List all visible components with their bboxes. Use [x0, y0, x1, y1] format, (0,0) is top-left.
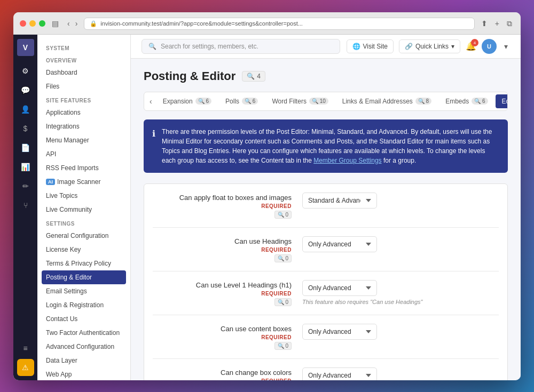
tabs-prev-button[interactable]: ‹: [146, 95, 155, 108]
setting-required-float: REQUIRED: [153, 203, 292, 209]
url-text: invision-community.test/admin/?app=core&…: [100, 20, 303, 27]
setting-select-headings[interactable]: Only Advanced Minimal, Standard & Advanc…: [302, 236, 377, 252]
globe-icon: 🌐: [352, 43, 360, 50]
setting-select-content-boxes[interactable]: Only Advanced Minimal, Standard & Advanc…: [302, 324, 377, 340]
rail-icon-pen[interactable]: ✏: [17, 178, 34, 195]
rail-icon-git[interactable]: ⑂: [17, 197, 34, 214]
rail-icon-file[interactable]: 📄: [17, 139, 34, 156]
notification-badge: 4: [471, 39, 478, 46]
tab-embeds[interactable]: Embeds 🔍 6: [439, 94, 494, 108]
setting-row-float: Can apply float to boxes and images REQU…: [153, 184, 499, 228]
page-search-count: 4: [257, 73, 261, 80]
setting-required-headings: REQUIRED: [153, 247, 292, 253]
sidebar-item-applications[interactable]: Applications: [37, 106, 130, 119]
sidebar-item-login-reg[interactable]: Login & Registration: [37, 298, 130, 312]
setting-label-h1: Can use Level 1 Headings (h1): [196, 281, 292, 289]
traffic-lights: [20, 20, 45, 27]
top-bar: 🔍 Search for settings, members, etc. 🌐 V…: [131, 35, 521, 59]
rail-icon-gear[interactable]: ⚙: [17, 62, 34, 79]
sidebar-item-live-community[interactable]: Live Community: [37, 203, 130, 217]
sidebar-item-license-key[interactable]: License Key: [37, 243, 130, 257]
rail-icon-chat[interactable]: 💬: [17, 82, 34, 99]
new-tab-icon[interactable]: +: [493, 18, 501, 29]
member-group-settings-link[interactable]: Member Group Settings: [313, 157, 381, 164]
rail-icon-user[interactable]: 👤: [17, 101, 34, 118]
setting-control-col-headings: Only Advanced Minimal, Standard & Advanc…: [302, 236, 499, 252]
sidebar-item-contact-us[interactable]: Contact Us: [37, 312, 130, 326]
setting-control-col-h1: Only Advanced Minimal, Standard & Advanc…: [302, 280, 499, 305]
sidebar-item-posting-editor[interactable]: Posting & Editor: [42, 270, 126, 284]
settings-section-title: SETTINGS: [37, 217, 130, 229]
tab-expansion-label: Expansion: [163, 98, 193, 105]
search-bar[interactable]: 🔍 Search for settings, members, etc.: [142, 39, 340, 54]
visit-site-button[interactable]: 🌐 Visit Site: [347, 39, 394, 53]
tab-polls[interactable]: Polls 🔍 6: [219, 94, 264, 108]
info-banner-text: There are three permission levels of the…: [162, 127, 499, 165]
setting-select-box-colors[interactable]: Only Advanced Minimal, Standard & Advanc…: [302, 367, 377, 380]
tab-embeds-badge: 🔍 6: [472, 98, 488, 105]
setting-label-col-h1: Can use Level 1 Headings (h1) REQUIRED 🔍…: [153, 280, 302, 306]
sidebar-item-email-settings[interactable]: Email Settings: [37, 284, 130, 298]
sidebar-item-rss[interactable]: RSS Feed Imports: [37, 161, 130, 175]
overview-section-title: OVERVIEW: [37, 53, 130, 66]
tabs-icon[interactable]: ⧉: [505, 18, 514, 29]
lock-icon: 🔒: [90, 20, 97, 27]
browser-chrome: ▤ ‹ › 🔒 invision-community.test/admin/?a…: [13, 12, 521, 35]
app-body: V ⚙ 💬 👤 $ 📄 📊 ✏ ⑂ ≡ ⚠ System OVERVIEW Da…: [13, 35, 521, 380]
sidebar-item-integrations[interactable]: Integrations: [37, 119, 130, 133]
icon-rail: V ⚙ 💬 👤 $ 📄 📊 ✏ ⑂ ≡ ⚠: [13, 35, 37, 380]
browser-window: ▤ ‹ › 🔒 invision-community.test/admin/?a…: [13, 12, 521, 380]
sidebar-item-two-factor[interactable]: Two Factor Authentication: [37, 326, 130, 340]
setting-control-col-float: Standard & Advanced Minimal, Standard & …: [302, 193, 499, 209]
setting-label-float: Can apply float to boxes and images: [179, 194, 292, 202]
sidebar-item-general-config[interactable]: General Configuration: [37, 229, 130, 243]
setting-label-headings: Can use Headings: [234, 237, 292, 245]
rail-icon-dollar[interactable]: $: [17, 120, 34, 137]
rail-alert-icon[interactable]: ⚠: [17, 359, 34, 376]
sidebar-item-menu-manager[interactable]: Menu Manager: [37, 133, 130, 147]
search-icon: 🔍: [148, 43, 156, 50]
tab-links-email-label: Links & Email Addresses: [342, 98, 413, 105]
sidebar-item-files[interactable]: Files: [37, 79, 130, 93]
tabs-bar: ‹ Expansion 🔍 6 Polls 🔍 6 Word Filters 🔍…: [144, 92, 508, 111]
user-menu-chevron[interactable]: ▾: [502, 41, 510, 52]
minimize-button[interactable]: [29, 20, 36, 27]
avatar[interactable]: U: [482, 39, 497, 54]
setting-control-col-box-colors: Only Advanced Minimal, Standard & Advanc…: [302, 367, 499, 380]
rail-icon-chart[interactable]: 📊: [17, 158, 34, 175]
visit-site-label: Visit Site: [363, 43, 388, 50]
setting-select-float[interactable]: Standard & Advanced Minimal, Standard & …: [302, 193, 377, 209]
sidebar-item-dashboard[interactable]: Dashboard: [37, 66, 130, 79]
maximize-button[interactable]: [39, 20, 45, 27]
app-logo[interactable]: V: [17, 39, 34, 56]
tab-links-email[interactable]: Links & Email Addresses 🔍 8: [336, 94, 438, 108]
tab-editor-permissions[interactable]: Editor Permissions: [496, 94, 508, 108]
quick-links-button[interactable]: 🔗 Quick Links ▾: [399, 39, 460, 53]
notifications-button[interactable]: 🔔 4: [466, 41, 476, 51]
tab-word-filters[interactable]: Word Filters 🔍 10: [265, 94, 334, 108]
setting-required-h1: REQUIRED: [153, 291, 292, 297]
page-inner: Posting & Editor 🔍 4 ‹ Expansion 🔍 6 Pol…: [131, 59, 521, 380]
sidebar-item-terms-privacy[interactable]: Terms & Privacy Policy: [37, 257, 130, 270]
sidebar: System OVERVIEW Dashboard Files SITE FEA…: [37, 35, 131, 380]
sidebar-toggle-icon[interactable]: ▤: [50, 18, 61, 29]
back-button[interactable]: ‹: [65, 18, 72, 29]
address-bar[interactable]: 🔒 invision-community.test/admin/?app=cor…: [84, 18, 474, 30]
sidebar-item-advanced-config[interactable]: Advanced Configuration: [37, 340, 130, 354]
sidebar-item-image-scanner[interactable]: AI Image Scanner: [37, 175, 130, 189]
sidebar-item-live-topics[interactable]: Live Topics: [37, 189, 130, 203]
sidebar-item-web-app[interactable]: Web App: [37, 367, 130, 380]
settings-container: Can apply float to boxes and images REQU…: [144, 183, 508, 380]
close-button[interactable]: [20, 20, 26, 27]
forward-button[interactable]: ›: [73, 18, 80, 29]
tab-expansion[interactable]: Expansion 🔍 6: [156, 94, 218, 108]
tab-editor-permissions-label: Editor Permissions: [502, 98, 508, 105]
sidebar-item-data-layer[interactable]: Data Layer: [37, 354, 130, 367]
share-icon[interactable]: ⬆: [479, 18, 490, 29]
sidebar-item-api[interactable]: API: [37, 147, 130, 161]
info-icon: ℹ: [152, 127, 155, 165]
search-placeholder: Search for settings, members, etc.: [161, 43, 258, 50]
rail-icon-hamburger[interactable]: ≡: [17, 340, 34, 357]
setting-label-content-boxes: Can use content boxes: [221, 325, 292, 333]
setting-select-h1[interactable]: Only Advanced Minimal, Standard & Advanc…: [302, 280, 377, 296]
